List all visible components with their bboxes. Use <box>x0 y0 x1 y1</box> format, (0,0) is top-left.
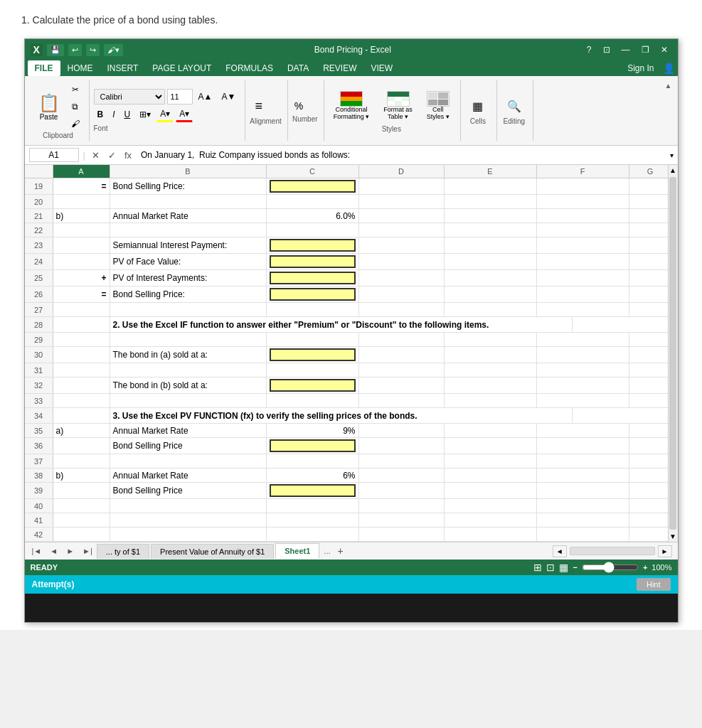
cell-a30[interactable] <box>53 347 110 363</box>
font-grow-button[interactable]: A▲ <box>195 89 216 105</box>
cell-b22[interactable] <box>110 223 267 237</box>
sheet-nav-first[interactable]: |◄ <box>28 544 46 558</box>
col-header-e[interactable]: E <box>445 165 537 178</box>
cell-c27[interactable] <box>267 303 359 316</box>
cell-a40[interactable] <box>53 499 110 513</box>
cell-g21[interactable] <box>629 209 668 223</box>
sheet-nav-last[interactable]: ►| <box>78 544 97 558</box>
cell-d40[interactable] <box>359 499 445 513</box>
cell-f25[interactable] <box>537 270 629 286</box>
cell-e25[interactable] <box>445 270 537 286</box>
cell-e42[interactable] <box>445 528 537 541</box>
cell-d29[interactable] <box>359 333 445 346</box>
cell-styles-button[interactable]: CellStyles ▾ <box>422 88 454 124</box>
cell-e31[interactable] <box>445 363 537 377</box>
cell-c38[interactable]: 6% <box>267 469 359 482</box>
cell-g31[interactable] <box>629 363 668 377</box>
menu-review[interactable]: REVIEW <box>316 60 363 76</box>
hint-button[interactable]: Hint <box>637 578 671 591</box>
cell-a23[interactable] <box>53 237 110 253</box>
cell-d24[interactable] <box>359 254 445 269</box>
col-header-b[interactable]: B <box>110 165 267 178</box>
cell-e23[interactable] <box>445 237 537 253</box>
h-scroll-right[interactable]: ► <box>658 545 672 557</box>
cell-g32[interactable] <box>629 378 668 393</box>
cell-e38[interactable] <box>445 469 537 482</box>
cell-d36[interactable] <box>359 438 445 454</box>
page-layout-icon[interactable]: ⊡ <box>546 562 555 573</box>
cell-e30[interactable] <box>445 347 537 363</box>
scroll-down-button[interactable]: ▼ <box>668 531 678 542</box>
cell-d26[interactable] <box>359 287 445 302</box>
cell-e35[interactable] <box>445 424 537 437</box>
cell-b30[interactable]: The bond in (a) sold at a: <box>110 347 267 363</box>
menu-formulas[interactable]: FORMULAS <box>218 60 280 76</box>
cell-b28-wide[interactable]: 2. Use the Excel IF function to answer e… <box>110 317 573 332</box>
sheet-tab-pv-annuity[interactable]: Present Value of Annuity of $1 <box>151 544 274 559</box>
cell-f32[interactable] <box>537 378 629 393</box>
save-button[interactable]: 💾 <box>47 44 64 56</box>
cell-a34[interactable] <box>53 408 110 423</box>
grid-view-icon[interactable]: ⊞ <box>533 562 542 573</box>
col-header-g[interactable]: G <box>629 165 668 178</box>
cell-a22[interactable] <box>53 223 110 237</box>
cell-a35[interactable]: a) <box>53 424 110 437</box>
cell-a39[interactable] <box>53 483 110 498</box>
menu-data[interactable]: DATA <box>280 60 316 76</box>
sign-in-link[interactable]: Sign In <box>622 60 659 76</box>
formula-input[interactable] <box>138 149 665 161</box>
alignment-button[interactable]: ≡ <box>253 97 279 116</box>
col-header-c[interactable]: C <box>267 165 359 178</box>
cell-e20[interactable] <box>445 195 537 208</box>
cell-g20[interactable] <box>629 195 668 208</box>
menu-file[interactable]: FILE <box>28 60 60 76</box>
ribbon-collapse-button[interactable]: ▲ <box>665 82 672 90</box>
cell-a32[interactable] <box>53 378 110 393</box>
cell-a19[interactable]: = <box>53 178 110 194</box>
cell-f37[interactable] <box>537 454 629 468</box>
cell-a20[interactable] <box>53 195 110 208</box>
scroll-up-button[interactable]: ▲ <box>668 165 678 176</box>
cell-g26[interactable] <box>629 287 668 302</box>
cell-g40[interactable] <box>629 499 668 513</box>
cell-d39[interactable] <box>359 483 445 498</box>
cell-g29[interactable] <box>629 333 668 346</box>
cell-c39[interactable] <box>267 483 359 498</box>
customize-button[interactable]: 🖌▾ <box>104 44 123 56</box>
cell-a42[interactable] <box>53 528 110 541</box>
cell-e33[interactable] <box>445 394 537 407</box>
cell-e19[interactable] <box>445 178 537 194</box>
cell-e26[interactable] <box>445 287 537 302</box>
cell-b42[interactable] <box>110 528 267 541</box>
cell-a24[interactable] <box>53 254 110 269</box>
cell-d30[interactable] <box>359 347 445 363</box>
cell-g30[interactable] <box>629 347 668 363</box>
cell-d38[interactable] <box>359 469 445 482</box>
cell-f36[interactable] <box>537 438 629 454</box>
menu-insert[interactable]: INSERT <box>100 60 146 76</box>
zoom-minus[interactable]: − <box>573 563 577 572</box>
italic-button[interactable]: I <box>109 107 118 122</box>
cell-f41[interactable] <box>537 513 629 527</box>
cell-g42[interactable] <box>629 528 668 541</box>
fill-color-button[interactable]: A▾ <box>156 107 174 122</box>
h-scroll-track[interactable] <box>570 547 655 555</box>
cell-g38[interactable] <box>629 469 668 482</box>
borders-button[interactable]: ⊞▾ <box>136 107 154 122</box>
font-name-select[interactable]: Calibri <box>94 89 165 105</box>
cell-c23[interactable] <box>267 237 359 253</box>
cell-a38[interactable]: b) <box>53 469 110 482</box>
cell-f26[interactable] <box>537 287 629 302</box>
cell-b19[interactable]: Bond Selling Price: <box>110 178 267 194</box>
cell-b31[interactable] <box>110 363 267 377</box>
cell-f21[interactable] <box>537 209 629 223</box>
cell-b35[interactable]: Annual Market Rate <box>110 424 267 437</box>
cell-c30[interactable] <box>267 347 359 363</box>
h-scroll-left[interactable]: ◄ <box>553 545 567 557</box>
cell-c19[interactable] <box>267 178 359 194</box>
cell-c21[interactable]: 6.0% <box>267 209 359 223</box>
cell-c25[interactable] <box>267 270 359 286</box>
cell-b37[interactable] <box>110 454 267 468</box>
sheet-nav-next[interactable]: ► <box>62 544 78 558</box>
editing-button[interactable]: 🔍 <box>501 97 527 116</box>
